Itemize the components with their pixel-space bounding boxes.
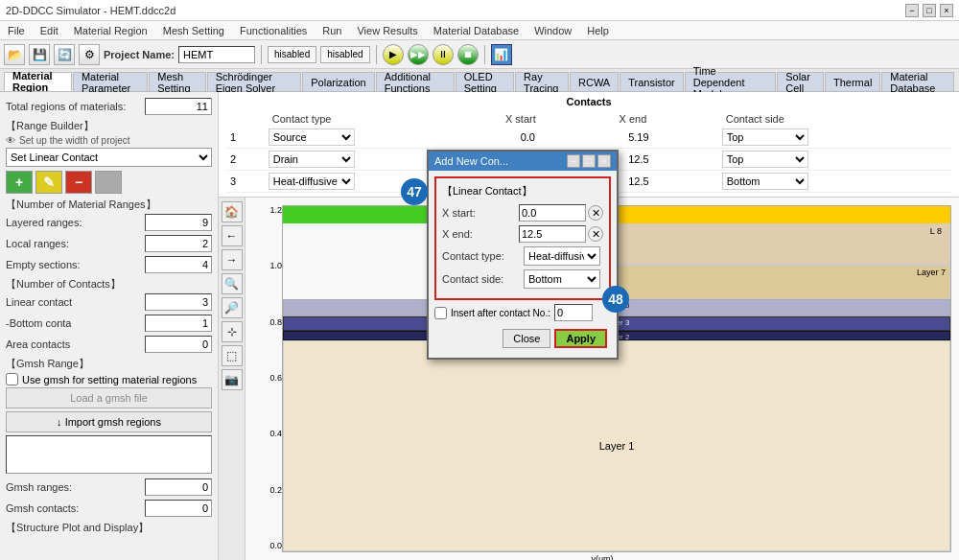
modal-xend-clear[interactable]: ✕ [588, 226, 603, 242]
left-panel: Total regions of materials: 【Range Build… [0, 92, 219, 560]
row1-side-select[interactable]: Top [722, 128, 808, 146]
settings-btn[interactable]: ⚙ [79, 44, 100, 65]
row3-xend[interactable] [616, 175, 649, 187]
menu-window[interactable]: Window [532, 25, 573, 36]
area-contacts-input[interactable] [145, 336, 212, 353]
tab-material-database[interactable]: Material Database [881, 72, 954, 91]
empty-sections-input[interactable] [145, 256, 212, 273]
tab-transistor[interactable]: Transistor [620, 72, 684, 91]
project-name-input[interactable] [178, 46, 255, 63]
gmsh-contacts-input[interactable] [145, 500, 212, 517]
linear-contact-row: Linear contact [6, 293, 212, 311]
local-ranges-input[interactable] [145, 235, 212, 252]
cursor-btn[interactable]: ⊹ [222, 321, 243, 342]
remove-btn[interactable]: − [65, 171, 92, 194]
layered-ranges-input[interactable] [145, 214, 212, 231]
edit-btn[interactable]: ✎ [35, 171, 62, 194]
modal-close-btn[interactable]: × [597, 154, 611, 168]
play-btn-3[interactable]: ⏸ [433, 44, 454, 65]
menu-help[interactable]: Help [585, 25, 611, 36]
select-btn[interactable]: ⬚ [222, 345, 243, 366]
maximize-btn[interactable]: □ [923, 4, 936, 17]
right-tool-btn[interactable]: → [222, 249, 243, 270]
bottom-conta-input[interactable] [145, 315, 212, 332]
tab-solar-cell[interactable]: Solar Cell [777, 72, 824, 91]
gmsh-textarea[interactable] [6, 435, 212, 474]
tab-time-dependent[interactable]: Time Dependent Module [685, 72, 777, 91]
row2-type-select[interactable]: Drain [269, 151, 355, 168]
gmsh-ranges-input[interactable] [145, 478, 212, 496]
modal-close-button[interactable]: Close [503, 329, 550, 348]
add-contact-modal: Add New Con... − □ × 【Linear Contact】 X … [427, 150, 619, 360]
row2-xend[interactable] [616, 153, 649, 165]
home-tool-btn[interactable]: 🏠 [222, 201, 243, 222]
total-regions-label: Total regions of materials: [6, 101, 145, 112]
col-x-end: X end [612, 111, 718, 127]
row3-side-select[interactable]: Bottom [722, 173, 808, 190]
tab-material-parameter[interactable]: Material Parameter [73, 72, 148, 91]
tab-rcwa[interactable]: RCWA [570, 72, 619, 91]
tab-oled[interactable]: OLED Setting [456, 72, 514, 91]
close-btn[interactable]: × [940, 4, 953, 17]
zoom-out-btn[interactable]: 🔎 [222, 297, 243, 318]
open-btn[interactable]: 📂 [4, 44, 25, 65]
modal-xstart-clear[interactable]: ✕ [588, 205, 603, 221]
chart-btn[interactable]: 📊 [491, 44, 512, 65]
tag1[interactable]: hisabled [268, 46, 316, 63]
tab-ray-tracing[interactable]: Ray Tracing [515, 72, 569, 91]
modal-xstart-input[interactable] [519, 204, 586, 222]
row3-type-select[interactable]: Heat-diffusive [269, 173, 355, 190]
tab-additional[interactable]: Additional Functions [376, 72, 455, 91]
modal-minimize-btn[interactable]: − [567, 154, 580, 168]
camera-btn[interactable]: 📷 [222, 369, 243, 390]
linear-contact-input[interactable] [145, 293, 212, 311]
menu-view-results[interactable]: View Results [355, 25, 419, 36]
save-btn[interactable]: 💾 [29, 44, 50, 65]
row2-side-select[interactable]: Top [722, 151, 808, 168]
modal-maximize-btn[interactable]: □ [582, 154, 596, 168]
refresh-btn[interactable]: 🔄 [54, 44, 75, 65]
import-gmsh-btn[interactable]: ↓ Import gmsh regions [6, 411, 212, 432]
menu-material-region[interactable]: Material Region [72, 25, 150, 36]
table-row: 1 Source Top [226, 127, 951, 149]
menu-functionalities[interactable]: Functionalities [238, 25, 309, 36]
load-gmsh-btn[interactable]: Load a gmsh file [6, 387, 212, 408]
play-btn-2[interactable]: ▶▶ [408, 44, 429, 65]
menu-edit[interactable]: Edit [38, 25, 60, 36]
set-linear-select[interactable]: Set Linear Contact [6, 148, 212, 167]
total-regions-input[interactable] [145, 98, 212, 115]
eye-row[interactable]: 👁 Set up the width of project [6, 135, 212, 146]
gmsh-header: 【Gmsh Range】 [6, 357, 212, 371]
modal-section-header: 【Linear Contact】 [442, 184, 603, 198]
tab-polarization[interactable]: Polarization [302, 72, 374, 91]
zoom-in-btn[interactable]: 🔍 [222, 273, 243, 294]
row1-xstart[interactable] [502, 131, 535, 143]
menu-mesh-setting[interactable]: Mesh Setting [161, 25, 226, 36]
modal-insert-cb[interactable] [434, 307, 447, 319]
minimize-btn[interactable]: − [905, 4, 919, 17]
modal-xend-input[interactable] [519, 225, 586, 243]
tag2[interactable]: hisabled [320, 46, 369, 63]
modal-contact-type-select[interactable]: Heat-diffusive [524, 246, 600, 266]
play-btn-4[interactable]: ⏹ [457, 44, 479, 65]
sep3 [484, 45, 485, 64]
left-tool-btn[interactable]: ← [222, 225, 243, 246]
tab-schrodinger[interactable]: Schrödinger Eigen Solver [207, 72, 302, 91]
modal-insert-num[interactable] [554, 304, 593, 321]
row1-xend[interactable] [616, 131, 649, 143]
extra-btn[interactable] [95, 171, 122, 194]
linear-contact-label: Linear contact [6, 296, 145, 308]
add-btn[interactable]: + [6, 171, 33, 194]
use-gmsh-cb[interactable] [6, 373, 18, 385]
play-btn-1[interactable]: ▶ [383, 44, 404, 65]
menu-material-db[interactable]: Material Database [432, 25, 521, 36]
menu-file[interactable]: File [6, 25, 27, 36]
menu-run[interactable]: Run [320, 25, 343, 36]
tab-mesh-setting[interactable]: Mesh Setting [149, 72, 205, 91]
window-title: 2D-DDCC Simulator - HEMT.ddcc2d [6, 5, 175, 16]
tab-material-region[interactable]: Material Region [4, 72, 72, 91]
tab-thermal[interactable]: Thermal [825, 72, 880, 91]
modal-contact-side-select[interactable]: Bottom [524, 269, 600, 289]
modal-apply-button[interactable]: Apply [554, 329, 607, 348]
row1-type-select[interactable]: Source [269, 128, 355, 146]
